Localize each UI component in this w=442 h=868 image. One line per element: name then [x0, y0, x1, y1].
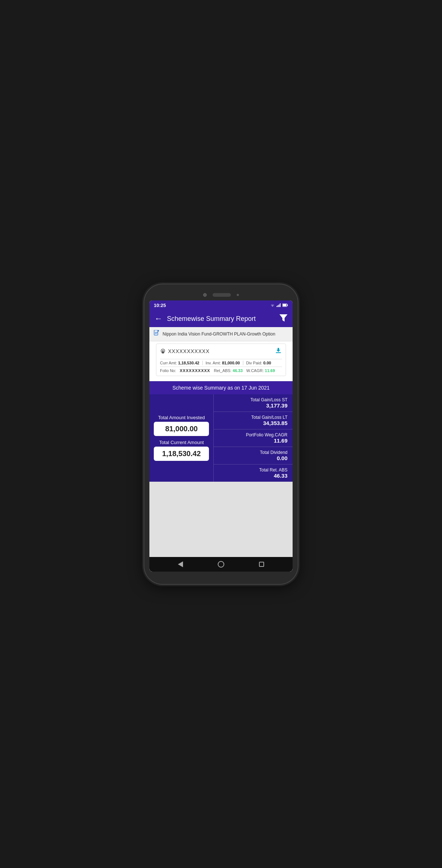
gain-loss-lt-value: 34,353.85 — [263, 420, 287, 426]
curr-amt-label: Curr Amt: 1,18,530.42 — [160, 361, 203, 365]
toolbar-title: Schemewise Summary Report — [167, 315, 275, 323]
fund-name: Nippon India Vision Fund-GROWTH PLAN-Gro… — [163, 331, 288, 337]
div-paid-value: 0.00 — [263, 361, 271, 365]
phone-frame: 10:25 — [144, 284, 298, 584]
svg-rect-15 — [162, 352, 164, 353]
status-icons — [270, 303, 288, 308]
total-ret-abs-row: Total Ret. ABS 46.33 — [214, 465, 293, 482]
portfolio-cagr-value: 11.69 — [274, 437, 287, 444]
fund-account-row: XXXXXXXXXXX — [160, 347, 282, 356]
wifi-icon — [270, 303, 275, 308]
total-current-box: 1,18,530.42 — [154, 447, 209, 461]
phone-top-bar — [149, 291, 293, 300]
svg-rect-6 — [283, 304, 286, 306]
fund-doc-icon — [154, 330, 160, 338]
fund-header: Nippon India Vision Fund-GROWTH PLAN-Gro… — [149, 327, 293, 341]
svg-rect-2 — [279, 304, 279, 307]
total-current-value: 1,18,530.42 — [162, 450, 201, 458]
portfolio-cagr-label: PortFolio Weg.CAGR — [246, 432, 287, 437]
svg-point-14 — [162, 350, 164, 352]
total-ret-abs-label: Total Ret. ABS — [259, 467, 287, 473]
ret-abs-value: 46.33 — [233, 368, 243, 373]
phone-bottom-nav — [149, 557, 293, 572]
empty-content-area — [149, 482, 293, 557]
inv-amt-item: Inv. Amt: 81,000.00 — [206, 361, 243, 365]
phone-screen: 10:25 — [149, 300, 293, 572]
svg-rect-0 — [277, 306, 277, 307]
phone-physical-bottom — [149, 572, 293, 577]
wcagr-value: 11.69 — [265, 368, 275, 373]
svg-marker-7 — [279, 314, 287, 322]
toolbar: ← Schemewise Summary Report — [149, 311, 293, 327]
led-indicator — [237, 294, 239, 296]
speaker — [213, 293, 231, 297]
total-invested-value: 81,000.00 — [165, 425, 198, 433]
lock-icon — [160, 348, 166, 354]
back-button[interactable]: ← — [155, 315, 163, 323]
gain-loss-lt-row: Total Gain/Loss LT 34,353.85 — [214, 412, 293, 429]
gain-loss-lt-label: Total Gain/Loss LT — [251, 415, 287, 420]
svg-rect-3 — [280, 303, 281, 307]
battery-icon — [282, 303, 288, 308]
svg-rect-8 — [154, 330, 158, 335]
fund-folio-row: Folio No: XXXXXXXXXX Ret_ABS: 46.33 W.CA… — [160, 367, 282, 373]
svg-rect-1 — [278, 305, 278, 307]
svg-rect-9 — [157, 330, 159, 331]
summary-body: Total Amount Invested 81,000.00 Total Cu… — [149, 394, 293, 482]
total-ret-abs-value: 46.33 — [274, 473, 287, 479]
div-paid-item: Div Paid: 0.00 — [246, 361, 274, 365]
total-invested-box: 81,000.00 — [154, 422, 209, 436]
folio-value: XXXXXXXXXX — [180, 368, 210, 373]
total-dividend-label: Total Dividend — [260, 450, 287, 455]
nav-home-button[interactable] — [217, 560, 225, 568]
gain-loss-st-value: 3,177.39 — [266, 402, 287, 409]
summary-header: Scheme wise Summary as on 17 Jun 2021 — [149, 381, 293, 394]
nav-back-button[interactable] — [176, 560, 184, 568]
status-time: 10:25 — [154, 303, 166, 308]
folio-label: Folio No: — [160, 368, 176, 373]
fund-amounts-row: Curr Amt: 1,18,530.42 Inv. Amt: 81,000.0… — [160, 359, 282, 367]
total-dividend-row: Total Dividend 0.00 — [214, 447, 293, 465]
nav-recent-button[interactable] — [258, 560, 266, 568]
wcagr-label: W.CAGR: 11.69 — [246, 368, 275, 373]
inv-amt-value: 81,000.00 — [222, 361, 240, 365]
summary-right: Total Gain/Loss ST 3,177.39 Total Gain/L… — [214, 394, 293, 482]
ret-abs-label: Ret_ABS: 46.33 — [214, 368, 243, 373]
fund-detail-box: XXXXXXXXXXX Curr Amt: 1,18,530.42 — [156, 344, 286, 376]
fund-account-id: XXXXXXXXXXX — [168, 348, 210, 354]
svg-rect-16 — [276, 352, 281, 353]
gain-loss-st-label: Total Gain/Loss ST — [251, 397, 287, 402]
filter-icon[interactable] — [279, 314, 287, 323]
gain-loss-st-row: Total Gain/Loss ST 3,177.39 — [214, 394, 293, 412]
download-icon[interactable] — [275, 347, 282, 356]
total-dividend-value: 0.00 — [277, 455, 287, 461]
total-invested-label: Total Amount Invested — [154, 415, 209, 420]
signal-icon — [277, 303, 281, 308]
curr-amt-value: 1,18,530.42 — [178, 361, 199, 365]
front-camera — [203, 293, 207, 297]
total-current-label: Total Current Amount — [154, 440, 209, 445]
portfolio-cagr-row: PortFolio Weg.CAGR 11.69 — [214, 429, 293, 447]
svg-rect-5 — [287, 304, 288, 306]
summary-left: Total Amount Invested 81,000.00 Total Cu… — [149, 394, 214, 482]
status-bar: 10:25 — [149, 300, 293, 311]
